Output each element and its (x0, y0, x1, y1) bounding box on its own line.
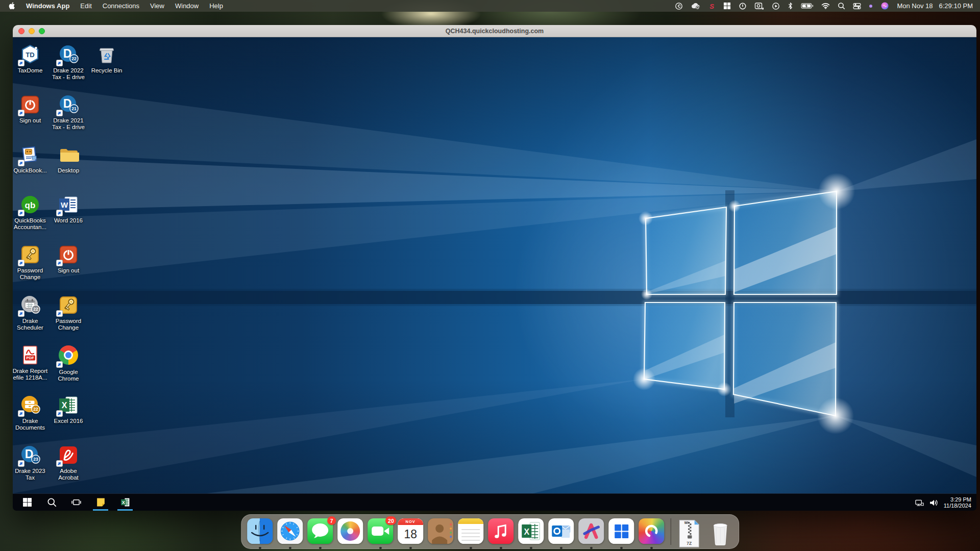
bluetooth-icon[interactable] (788, 0, 793, 12)
desktop-icon-desktop-folder[interactable]: Desktop (50, 144, 87, 174)
menubar-clock[interactable]: Mon Nov 18 6:29:10 PM (897, 2, 973, 10)
desktop-icon-recycle-bin[interactable]: Recycle Bin (88, 44, 125, 74)
svg-text:qb: qb (25, 201, 36, 210)
windows-desktop[interactable]: TD TaxDome D22 Drake 2022 Tax - E drive … (13, 37, 976, 493)
shortcut-arrow-icon (56, 210, 63, 216)
spotlight-search-icon[interactable] (838, 0, 845, 12)
dock-item-finder[interactable] (247, 518, 273, 549)
recording-dot-icon[interactable] (869, 0, 873, 12)
desktop-icon-label: Drake Scheduler (13, 318, 48, 331)
siri-icon[interactable] (880, 0, 889, 12)
dock-item-arc-a-app[interactable] (578, 518, 604, 549)
desktop-icon-google-chrome[interactable]: Google Chrome (50, 344, 87, 382)
dock-item-zip-file[interactable]: WI7Z (677, 518, 703, 549)
svg-text:X: X (62, 401, 67, 410)
taskbar-search-button[interactable] (39, 494, 64, 511)
notification-badge: 7 (327, 516, 336, 525)
screen-capture-icon[interactable] (754, 0, 764, 12)
close-button[interactable] (18, 28, 24, 34)
dock-divider (670, 518, 671, 545)
s-app-icon[interactable]: S (708, 0, 716, 12)
menu-window[interactable]: Window (175, 2, 199, 10)
desktop-icon-excel-2016[interactable]: X Excel 2016 (50, 394, 87, 424)
taskbar-start-button[interactable] (15, 494, 39, 511)
system-tray: 3:29 PM 11/18/2024 (915, 494, 973, 511)
dock-item-windows-app[interactable] (608, 518, 634, 549)
menu-edit[interactable]: Edit (80, 2, 92, 10)
desktop-icon-drake-report-efile[interactable]: PDF Drake Report efile 1218A... (13, 344, 48, 381)
dock-item-trash[interactable] (707, 518, 733, 549)
power-icon[interactable] (739, 0, 747, 12)
battery-charging-icon[interactable] (801, 0, 814, 12)
sign-out-icon (19, 94, 41, 115)
finder-icon (247, 518, 273, 544)
svg-text:7Z: 7Z (687, 541, 692, 546)
desktop-icon-quickbooks-accountant[interactable]: qb QuickBooks Accountan... (13, 194, 48, 231)
contacts-icon (428, 518, 453, 544)
shortcut-arrow-icon (56, 361, 63, 368)
tray-volume-icon[interactable] (929, 498, 939, 507)
dock-item-creative-cloud[interactable] (639, 518, 664, 549)
minimize-button[interactable] (29, 28, 35, 34)
taskbar-app-sticky-notes[interactable] (88, 494, 113, 511)
desktop-icon-drake-documents[interactable]: 22 Drake Documents (13, 394, 48, 431)
play-icon[interactable] (772, 0, 780, 12)
menu-view[interactable]: View (150, 2, 165, 10)
desktop-icon-label: Word 2016 (50, 217, 87, 224)
svg-text:22: 22 (33, 307, 38, 312)
word-icon: W (58, 194, 79, 215)
tray-network-icon[interactable] (915, 498, 924, 507)
running-indicator-dot (289, 547, 291, 549)
windows-app-grid-icon[interactable] (723, 0, 731, 12)
desktop-icon-drake-2022-tax[interactable]: D22 Drake 2022 Tax - E drive (50, 44, 87, 81)
menubar-menus: Windows AppEditConnectionsViewWindowHelp (26, 2, 224, 10)
cloud-offline-icon[interactable] (691, 0, 700, 12)
desktop-icon-sign-out-2[interactable]: Sign out (50, 244, 87, 274)
start-icon (22, 497, 32, 507)
dock-item-notes[interactable] (458, 518, 483, 549)
taskbar-app-excel[interactable]: X (113, 494, 137, 511)
dock-item-messages[interactable]: 7 (307, 518, 333, 549)
dock-item-safari[interactable] (277, 518, 303, 549)
svg-text:S: S (710, 2, 715, 10)
desktop-icon-quickbooks-classic[interactable]: QuickBook... (13, 144, 48, 174)
dock-item-photos[interactable] (337, 518, 363, 549)
apple-menu-icon[interactable] (8, 2, 16, 10)
dock-item-facetime[interactable]: 20 (368, 518, 393, 549)
desktop-icon-label: Sign out (50, 267, 87, 274)
drake-icon: D22 (58, 44, 79, 65)
zip-file-icon: WI7Z (677, 519, 701, 548)
dock-item-excel[interactable]: X (518, 518, 544, 549)
taskbar-task-view-button[interactable] (64, 494, 88, 511)
desktop-icon-drake-scheduler[interactable]: 22 Drake Scheduler (13, 294, 48, 331)
desktop-icon-password-change-1[interactable]: Password Change (13, 244, 48, 281)
desktop-icon-label: Password Change (13, 267, 48, 281)
svg-text:W: W (61, 201, 68, 209)
dock-item-contacts[interactable] (428, 518, 453, 549)
dock-item-outlook[interactable] (548, 518, 574, 549)
menu-windows-app[interactable]: Windows App (26, 2, 70, 10)
notes-icon (458, 518, 483, 544)
zoom-button[interactable] (39, 28, 45, 34)
recycle-bin-icon (96, 44, 117, 65)
taskbar-clock[interactable]: 3:29 PM 11/18/2024 (944, 496, 973, 509)
desktop-icon-drake-2021-tax[interactable]: D21 Drake 2021 Tax - E drive (50, 94, 87, 131)
dock-item-calendar[interactable]: NOV18 (398, 518, 423, 549)
desktop-icon-word-2016[interactable]: W Word 2016 (50, 194, 87, 224)
desktop-icon-label: QuickBooks Accountan... (13, 217, 48, 231)
window-titlebar[interactable]: QCH434.quickcloudhosting.com (13, 25, 976, 37)
desktop-icon-password-change-2[interactable]: Password Change (50, 294, 87, 331)
wifi-icon[interactable] (821, 0, 830, 12)
folder-icon (58, 144, 79, 165)
control-center-icon[interactable] (853, 0, 861, 12)
adobe-creative-cloud-icon[interactable] (675, 0, 683, 12)
menu-help[interactable]: Help (209, 2, 224, 10)
desktop-icon-taxdome[interactable]: TD TaxDome (13, 44, 48, 74)
shortcut-arrow-icon (18, 60, 24, 66)
dock-item-music[interactable] (488, 518, 513, 549)
desktop-icon-adobe-acrobat[interactable]: Adobe Acrobat (50, 444, 87, 481)
desktop-icon-drake-2023-tax[interactable]: D23 Drake 2023 Tax (13, 444, 48, 481)
desktop-icon-sign-out-1[interactable]: Sign out (13, 94, 48, 124)
chrome-icon (58, 345, 79, 367)
menu-connections[interactable]: Connections (102, 2, 140, 10)
